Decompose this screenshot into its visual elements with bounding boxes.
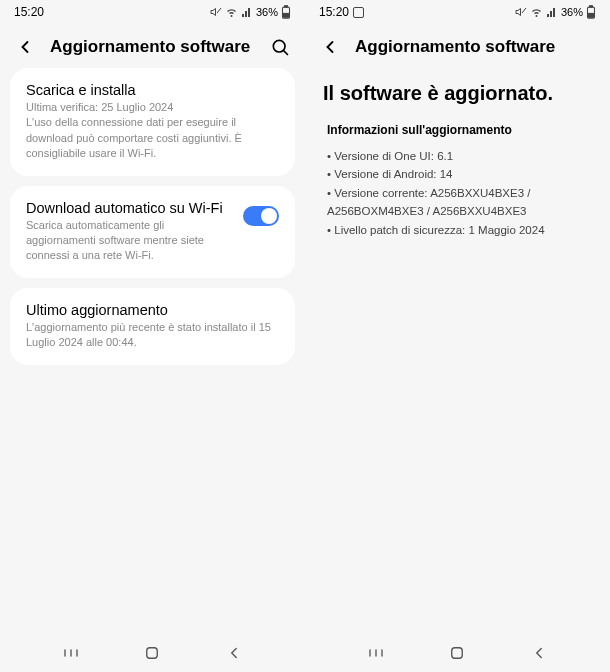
- card-description: L'uso della connessione dati per eseguir…: [26, 115, 279, 161]
- info-list: Versione di One UI: 6.1 Versione di Andr…: [327, 147, 588, 239]
- svg-line-10: [522, 8, 526, 13]
- svg-rect-12: [590, 6, 593, 7]
- update-status-headline: Il software è aggiornato.: [305, 68, 610, 123]
- wifi-icon: [225, 6, 238, 18]
- svg-rect-3: [284, 13, 289, 17]
- update-info-section: Informazioni sull'aggiornamento Versione…: [305, 123, 610, 239]
- chevron-left-icon: [320, 37, 340, 57]
- info-android-version: Versione di Android: 14: [327, 165, 588, 183]
- info-heading: Informazioni sull'aggiornamento: [327, 123, 588, 137]
- search-icon: [270, 37, 290, 57]
- back-button[interactable]: [319, 36, 341, 58]
- svg-rect-13: [589, 13, 594, 17]
- battery-percent: 36%: [256, 6, 278, 18]
- recents-icon: [367, 644, 385, 662]
- signal-icon: [241, 6, 253, 18]
- status-icons: 36%: [515, 5, 596, 19]
- navigation-bar: [0, 634, 305, 672]
- status-icons: 36%: [210, 5, 291, 19]
- navigation-bar: [305, 634, 610, 672]
- nav-back-button[interactable]: [222, 641, 246, 665]
- card-title: Download automatico su Wi-Fi: [26, 200, 233, 216]
- svg-line-0: [217, 8, 221, 13]
- wifi-auto-download-toggle[interactable]: [243, 206, 279, 226]
- mute-icon: [515, 6, 527, 18]
- chevron-left-icon: [15, 37, 35, 57]
- content-area: Scarica e installa Ultima verifica: 25 L…: [0, 68, 305, 634]
- home-icon: [448, 644, 466, 662]
- page-header: Aggiornamento software: [305, 24, 610, 68]
- svg-rect-17: [452, 648, 463, 659]
- status-time: 15:20: [319, 5, 349, 19]
- info-current-version: Versione corrente: A256BXXU4BXE3 / A256B…: [327, 184, 588, 221]
- page-title: Aggiornamento software: [50, 37, 255, 57]
- page-header: Aggiornamento software: [0, 24, 305, 68]
- chevron-left-icon: [225, 644, 243, 662]
- card-title: Ultimo aggiornamento: [26, 302, 279, 318]
- svg-rect-9: [147, 648, 158, 659]
- card-description: Scarica automaticamente gli aggiornament…: [26, 218, 233, 264]
- last-update-card[interactable]: Ultimo aggiornamento L'aggiornamento più…: [10, 288, 295, 365]
- info-oneui-version: Versione di One UI: 6.1: [327, 147, 588, 165]
- page-title: Aggiornamento software: [355, 37, 596, 57]
- info-security-patch: Livello patch di sicurezza: 1 Maggio 202…: [327, 221, 588, 239]
- status-bar: 15:20 36%: [305, 0, 610, 24]
- home-button[interactable]: [140, 641, 164, 665]
- status-time: 15:20: [14, 5, 44, 19]
- screen-software-update-info: 15:20 36% Aggiornamento software Il soft…: [305, 0, 610, 672]
- mute-icon: [210, 6, 222, 18]
- battery-percent: 36%: [561, 6, 583, 18]
- auto-download-wifi-card[interactable]: Download automatico su Wi-Fi Scarica aut…: [10, 186, 295, 278]
- last-check-text: Ultima verifica: 25 Luglio 2024: [26, 100, 279, 115]
- status-bar: 15:20 36%: [0, 0, 305, 24]
- card-description: L'aggiornamento più recente è stato inst…: [26, 320, 279, 351]
- home-icon: [143, 644, 161, 662]
- chevron-left-icon: [530, 644, 548, 662]
- download-install-card[interactable]: Scarica e installa Ultima verifica: 25 L…: [10, 68, 295, 176]
- recents-button[interactable]: [364, 641, 388, 665]
- battery-icon: [281, 5, 291, 19]
- svg-line-5: [283, 50, 287, 54]
- signal-icon: [546, 6, 558, 18]
- screen-software-update-list: 15:20 36% Aggiornamento software Scarica…: [0, 0, 305, 672]
- gallery-notification-icon: [353, 7, 364, 18]
- back-button[interactable]: [14, 36, 36, 58]
- battery-icon: [586, 5, 596, 19]
- recents-icon: [62, 644, 80, 662]
- card-title: Scarica e installa: [26, 82, 279, 98]
- nav-back-button[interactable]: [527, 641, 551, 665]
- wifi-icon: [530, 6, 543, 18]
- recents-button[interactable]: [59, 641, 83, 665]
- svg-rect-2: [285, 6, 288, 7]
- search-button[interactable]: [269, 36, 291, 58]
- home-button[interactable]: [445, 641, 469, 665]
